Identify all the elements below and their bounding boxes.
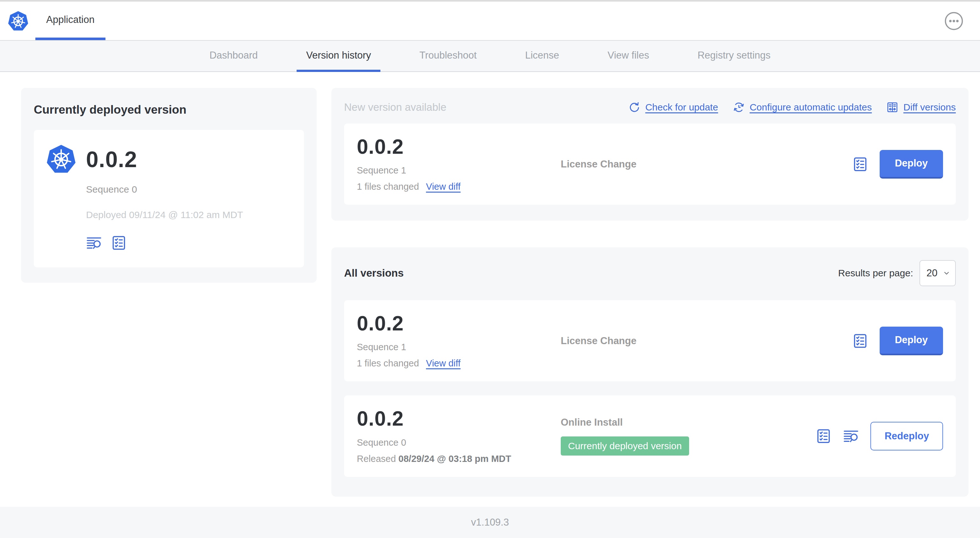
- version-source-label: Online Install: [561, 417, 816, 428]
- current-sequence-label: Sequence 0: [86, 184, 291, 195]
- app-header: Application: [0, 2, 980, 40]
- all-versions-title: All versions: [344, 267, 404, 279]
- auto-update-clock-icon: [733, 101, 745, 113]
- tab-view-files[interactable]: View files: [598, 41, 659, 72]
- tab-troubleshoot[interactable]: Troubleshoot: [410, 41, 486, 72]
- tab-version-history[interactable]: Version history: [297, 41, 380, 72]
- version-number: 0.0.2: [357, 408, 561, 429]
- view-diff-link[interactable]: View diff: [426, 358, 461, 369]
- new-version-title: New version available: [344, 101, 446, 113]
- main-nav: Dashboard Version history Troubleshoot L…: [0, 40, 980, 72]
- sequence-label: Sequence 1: [357, 342, 561, 352]
- version-source-block: Online Install Currently deployed versio…: [561, 417, 816, 455]
- logs-icon: [843, 428, 859, 444]
- version-row: 0.0.2 Sequence 1 1 files changed View di…: [344, 300, 956, 381]
- version-source-label: License Change: [561, 335, 852, 347]
- app-footer: v1.109.3: [0, 507, 980, 538]
- refresh-icon: [628, 101, 640, 113]
- sequence-label: Sequence 0: [357, 437, 561, 448]
- kubernetes-app-icon: [46, 144, 76, 175]
- preflight-checks-button[interactable]: [852, 333, 868, 349]
- console-version-label: v1.109.3: [471, 517, 509, 528]
- tab-application[interactable]: Application: [35, 2, 105, 40]
- current-version-panel-title: Currently deployed version: [34, 103, 304, 116]
- deploy-button[interactable]: Deploy: [880, 327, 943, 355]
- currently-deployed-badge: Currently deployed version: [561, 436, 689, 455]
- deploy-button[interactable]: Deploy: [880, 150, 943, 179]
- diff-versions-link[interactable]: Diff versions: [886, 101, 956, 113]
- deploy-logs-button[interactable]: [843, 428, 859, 444]
- preflight-checks-button[interactable]: [852, 156, 868, 172]
- new-version-row: 0.0.2 Sequence 1 1 files changed View di…: [344, 124, 956, 205]
- results-per-page-select[interactable]: 20: [920, 260, 956, 286]
- current-version-panel: Currently deployed version 0.0.2 Sequenc…: [21, 88, 317, 283]
- tab-license[interactable]: License: [515, 41, 569, 72]
- current-deployed-timestamp: Deployed 09/11/24 @ 11:02 am MDT: [86, 209, 291, 220]
- version-history-page: Currently deployed version 0.0.2 Sequenc…: [0, 72, 980, 507]
- logs-icon: [86, 235, 102, 251]
- files-changed-label: 1 files changed: [357, 181, 419, 192]
- new-version-panel: New version available Check for update C…: [331, 88, 969, 221]
- tab-registry-settings[interactable]: Registry settings: [688, 41, 780, 72]
- deploy-logs-button[interactable]: [86, 235, 102, 251]
- version-number: 0.0.2: [357, 136, 561, 157]
- chevron-down-icon: [942, 269, 951, 277]
- configure-automatic-updates-link[interactable]: Configure automatic updates: [733, 101, 872, 113]
- files-changed-label: 1 files changed: [357, 358, 419, 369]
- released-timestamp: Released 08/29/24 @ 03:18 pm MDT: [357, 454, 561, 464]
- preflight-checks-button[interactable]: [816, 428, 832, 444]
- version-number: 0.0.2: [357, 313, 561, 334]
- checklist-icon: [816, 428, 832, 444]
- diff-icon: [886, 101, 899, 113]
- check-for-update-link[interactable]: Check for update: [628, 101, 718, 113]
- more-menu-button[interactable]: [944, 11, 963, 30]
- tab-dashboard[interactable]: Dashboard: [200, 41, 267, 72]
- version-source-label: License Change: [561, 159, 852, 170]
- checklist-icon: [852, 333, 868, 349]
- ellipsis-icon: [944, 11, 963, 30]
- current-version-number: 0.0.2: [86, 147, 137, 172]
- redeploy-button[interactable]: Redeploy: [870, 422, 943, 451]
- checklist-icon: [111, 235, 127, 251]
- sequence-label: Sequence 1: [357, 165, 561, 176]
- kubernetes-logo-icon: [8, 11, 29, 32]
- right-column: New version available Check for update C…: [331, 88, 969, 497]
- checklist-icon: [852, 156, 868, 172]
- all-versions-panel: All versions Results per page: 20 0.0.2 …: [331, 248, 969, 496]
- view-diff-link[interactable]: View diff: [426, 181, 461, 192]
- version-row: 0.0.2 Sequence 0 Released 08/29/24 @ 03:…: [344, 395, 956, 476]
- results-per-page-label: Results per page:: [838, 268, 913, 279]
- preflight-checks-button[interactable]: [111, 235, 127, 251]
- current-version-card: 0.0.2 Sequence 0 Deployed 09/11/24 @ 11:…: [34, 130, 304, 267]
- app-title: Application: [46, 14, 95, 25]
